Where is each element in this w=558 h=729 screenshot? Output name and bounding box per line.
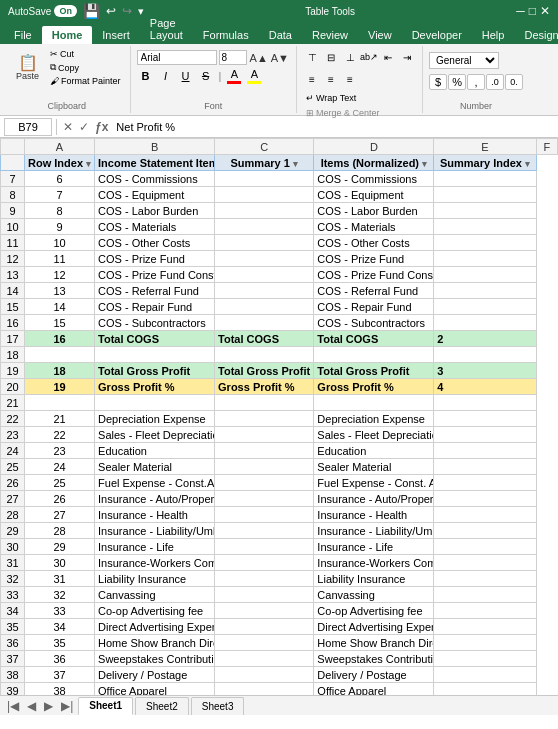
cell[interactable]: COS - Materials xyxy=(314,219,434,235)
decimal-increase-button[interactable]: .0 xyxy=(486,74,504,90)
cell[interactable]: Insurance - Life xyxy=(95,539,215,555)
cell[interactable]: 21 xyxy=(25,411,95,427)
table-row[interactable]: 3231Liability InsuranceLiability Insuran… xyxy=(1,571,558,587)
cell[interactable]: COS - Subcontractors xyxy=(95,315,215,331)
cell[interactable] xyxy=(434,203,536,219)
cell[interactable]: Education xyxy=(314,443,434,459)
cell[interactable] xyxy=(215,187,314,203)
font-size-input[interactable] xyxy=(219,50,247,65)
cell[interactable]: Fuel Expense - Const.Admin xyxy=(95,475,215,491)
cell[interactable]: Insurance - Health xyxy=(95,507,215,523)
cell[interactable]: 4 xyxy=(434,379,536,395)
cell[interactable]: COS - Other Costs xyxy=(314,235,434,251)
cell[interactable] xyxy=(215,683,314,696)
cell[interactable] xyxy=(215,507,314,523)
tab-view[interactable]: View xyxy=(358,26,402,44)
cell[interactable]: Office Apparel xyxy=(314,683,434,696)
cell[interactable]: Sweepstakes Contributions xyxy=(95,651,215,667)
col-income-items[interactable]: Income Statement Items ▾ xyxy=(95,155,215,171)
insert-function-icon[interactable]: ƒx xyxy=(93,120,110,134)
tab-data[interactable]: Data xyxy=(259,26,302,44)
currency-button[interactable]: $ xyxy=(429,74,447,90)
cell[interactable]: COS - Referral Fund xyxy=(95,283,215,299)
cell[interactable] xyxy=(434,171,536,187)
tab-home[interactable]: Home xyxy=(42,26,93,44)
cell[interactable]: COS - Prize Fund xyxy=(314,251,434,267)
cell[interactable]: 10 xyxy=(25,235,95,251)
table-row[interactable]: 109COS - MaterialsCOS - Materials xyxy=(1,219,558,235)
cell[interactable]: COS - Equipment xyxy=(95,187,215,203)
cell[interactable] xyxy=(434,507,536,523)
cancel-formula-icon[interactable]: ✕ xyxy=(61,120,75,134)
table-row[interactable]: 18 xyxy=(1,347,558,363)
cell[interactable] xyxy=(215,251,314,267)
cell[interactable] xyxy=(434,555,536,571)
table-row[interactable]: 3029Insurance - LifeInsurance - Life xyxy=(1,539,558,555)
cell[interactable] xyxy=(215,443,314,459)
cell[interactable]: 16 xyxy=(25,331,95,347)
cell[interactable] xyxy=(215,603,314,619)
copy-button[interactable]: ⧉ Copy xyxy=(47,61,124,74)
cell[interactable]: Liability Insurance xyxy=(314,571,434,587)
tab-file[interactable]: File xyxy=(4,26,42,44)
cell[interactable] xyxy=(434,603,536,619)
table-row[interactable]: 1211COS - Prize FundCOS - Prize Fund xyxy=(1,251,558,267)
cell[interactable]: Total Gross Profit xyxy=(215,363,314,379)
cell[interactable]: Gross Profit % xyxy=(215,379,314,395)
col-summary-idx[interactable]: Summary Index ▾ xyxy=(434,155,536,171)
cell[interactable]: 14 xyxy=(25,299,95,315)
cell[interactable]: Gross Profit % xyxy=(95,379,215,395)
cell[interactable]: Fuel Expense - Const. Admin xyxy=(314,475,434,491)
cell[interactable]: Insurance-Workers Comp xyxy=(95,555,215,571)
font-color-button[interactable]: A xyxy=(225,67,243,85)
cell[interactable]: 15 xyxy=(25,315,95,331)
cell[interactable]: 38 xyxy=(25,683,95,696)
table-row[interactable]: 3534Direct Advertising ExpenseDirect Adv… xyxy=(1,619,558,635)
cell[interactable]: Delivery / Postage xyxy=(95,667,215,683)
undo-icon[interactable]: ↩ xyxy=(106,4,116,18)
cell[interactable] xyxy=(215,235,314,251)
table-row[interactable]: 1514COS - Repair FundCOS - Repair Fund xyxy=(1,299,558,315)
cell[interactable]: COS - Other Costs xyxy=(95,235,215,251)
cell[interactable]: Total COGS xyxy=(314,331,434,347)
cell[interactable] xyxy=(215,395,314,411)
cell[interactable]: Total Gross Profit xyxy=(95,363,215,379)
cell[interactable] xyxy=(434,491,536,507)
table-row[interactable]: 2928Insurance - Liability/UmbrellaInsura… xyxy=(1,523,558,539)
cell[interactable]: Office Apparel xyxy=(95,683,215,696)
cell[interactable] xyxy=(434,571,536,587)
cell[interactable]: Insurance-Workers Comp xyxy=(314,555,434,571)
cell[interactable]: COS - Commissions xyxy=(95,171,215,187)
cell[interactable] xyxy=(434,459,536,475)
cell[interactable] xyxy=(215,491,314,507)
col-row-index[interactable]: Row Index ▾ xyxy=(25,155,95,171)
cell[interactable]: 7 xyxy=(25,187,95,203)
align-bottom-button[interactable]: ⊥ xyxy=(341,48,359,66)
cell[interactable]: Sales - Fleet Depreciation xyxy=(314,427,434,443)
table-row[interactable]: 3635Home Show Branch DirectedHome Show B… xyxy=(1,635,558,651)
cell[interactable]: 19 xyxy=(25,379,95,395)
table-row[interactable]: 2221Depreciation ExpenseDepreciation Exp… xyxy=(1,411,558,427)
cell[interactable]: 25 xyxy=(25,475,95,491)
cell[interactable]: Canvassing xyxy=(95,587,215,603)
cell[interactable] xyxy=(215,219,314,235)
table-row[interactable]: 1110COS - Other CostsCOS - Other Costs xyxy=(1,235,558,251)
cell[interactable] xyxy=(215,651,314,667)
format-painter-button[interactable]: 🖌 Format Painter xyxy=(47,75,124,87)
cell[interactable]: Insurance - Auto/Property xyxy=(314,491,434,507)
cell[interactable]: 13 xyxy=(25,283,95,299)
autosave-toggle[interactable]: AutoSave On xyxy=(8,5,77,17)
cell[interactable]: 2 xyxy=(434,331,536,347)
cell[interactable]: 8 xyxy=(25,203,95,219)
cell[interactable]: COS - Repair Fund xyxy=(95,299,215,315)
cell[interactable]: Home Show Branch Directed xyxy=(314,635,434,651)
cell[interactable]: COS - Labor Burden xyxy=(95,203,215,219)
redo-icon[interactable]: ↪ xyxy=(122,4,132,18)
cell[interactable] xyxy=(434,667,536,683)
table-row[interactable]: 1413COS - Referral FundCOS - Referral Fu… xyxy=(1,283,558,299)
cell[interactable]: Sales - Fleet Depreciation xyxy=(95,427,215,443)
cell[interactable]: 29 xyxy=(25,539,95,555)
cell[interactable]: 31 xyxy=(25,571,95,587)
cell[interactable] xyxy=(434,587,536,603)
cell[interactable] xyxy=(25,395,95,411)
